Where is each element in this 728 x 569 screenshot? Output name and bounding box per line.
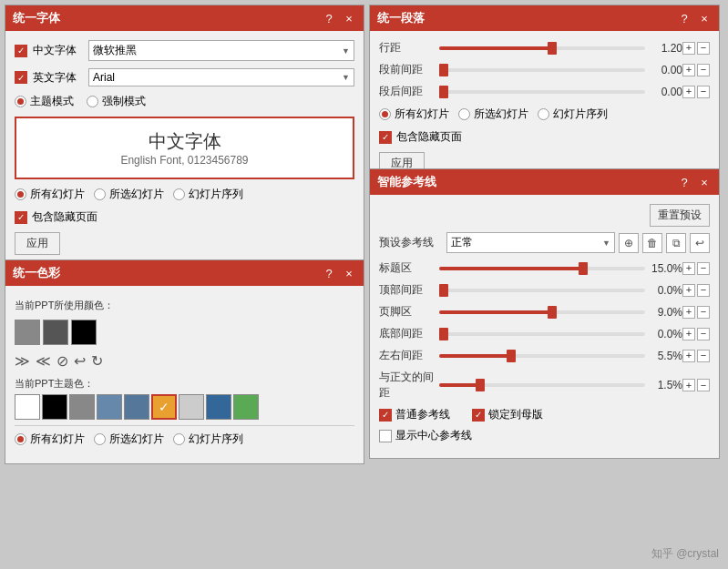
theme-swatch-2[interactable] (69, 394, 95, 420)
text-margin-plus[interactable]: + (682, 379, 695, 391)
lr-margin-minus[interactable]: − (697, 350, 710, 362)
para-dialog-close[interactable]: × (697, 12, 712, 25)
line-spacing-track[interactable] (439, 46, 645, 50)
lr-margin-value: 5.5% (651, 350, 682, 362)
para-selected-slides-label: 所选幻灯片 (474, 107, 528, 122)
footer-area-plus[interactable]: + (682, 306, 695, 319)
theme-swatch-3[interactable] (97, 394, 122, 420)
after-space-minus[interactable]: − (697, 86, 710, 98)
text-margin-value: 1.5% (651, 379, 682, 391)
bottom-margin-minus[interactable]: − (697, 328, 710, 340)
footer-area-minus[interactable]: − (697, 306, 710, 319)
guide-add-icon[interactable]: ⊕ (619, 233, 639, 253)
guide-dialog-close[interactable]: × (697, 176, 712, 189)
para-selected-slides-radio[interactable] (458, 108, 470, 120)
cancel-icon[interactable]: ⊘ (56, 352, 68, 370)
english-font-select[interactable]: Arial ▼ (88, 68, 354, 86)
swatch-gray[interactable] (15, 320, 40, 345)
line-spacing-plus[interactable]: + (682, 42, 695, 55)
include-hidden-checkbox[interactable] (15, 211, 27, 224)
top-margin-plus[interactable]: + (682, 284, 695, 297)
before-space-value: 0.00 (651, 64, 682, 76)
theme-mode-label: 主题模式 (30, 94, 74, 109)
title-area-plus[interactable]: + (682, 262, 695, 275)
guide-reset-row: 重置预设 (379, 204, 710, 227)
para-include-hidden-checkbox[interactable] (379, 131, 392, 144)
preset-value: 正常 (451, 235, 473, 250)
line-spacing-minus[interactable]: − (697, 42, 710, 55)
top-margin-track[interactable] (439, 289, 645, 292)
theme-swatch-4[interactable] (124, 394, 149, 420)
force-mode-radio[interactable] (87, 96, 98, 107)
theme-swatch-8[interactable] (233, 394, 259, 420)
expand-down-icon[interactable]: ≫ (15, 352, 30, 370)
before-space-plus[interactable]: + (682, 64, 695, 76)
after-space-track[interactable] (439, 90, 645, 94)
para-seq-radio[interactable] (538, 108, 549, 120)
title-area-label: 标题区 (379, 260, 434, 276)
after-space-plusminus: + − (682, 86, 710, 98)
collapse-up-icon[interactable]: ≪ (36, 352, 51, 370)
after-space-plus[interactable]: + (682, 86, 695, 98)
title-area-track[interactable] (439, 267, 645, 270)
theme-mode-group: 主题模式 (15, 94, 74, 109)
color-dialog-help[interactable]: ? (322, 267, 336, 280)
para-all-slides-radio[interactable] (379, 108, 391, 120)
font-dialog-close[interactable]: × (342, 12, 356, 25)
guide-dialog-help[interactable]: ? (677, 176, 692, 189)
lock-master-checkbox[interactable] (472, 409, 485, 422)
color-all-slides-radio[interactable] (15, 433, 26, 445)
theme-mode-radio[interactable] (15, 96, 26, 107)
color-seq-label: 幻灯片序列 (189, 432, 243, 447)
font-dialog-controls: ? × (322, 12, 356, 25)
title-area-minus[interactable]: − (697, 262, 710, 275)
guide-reset-icon[interactable]: ↩ (690, 233, 710, 253)
bottom-margin-track[interactable] (439, 332, 645, 336)
swatch-darkgray[interactable] (43, 320, 68, 345)
color-dialog-close[interactable]: × (342, 267, 356, 280)
chinese-font-checkbox[interactable] (15, 45, 27, 57)
para-dialog-controls: ? × (677, 12, 712, 25)
text-margin-minus[interactable]: − (697, 379, 710, 391)
theme-swatch-0[interactable] (15, 394, 40, 420)
preset-select[interactable]: 正常 ▼ (446, 232, 615, 253)
center-guide-label-group: 显示中心参考线 (379, 428, 472, 443)
footer-area-track[interactable] (439, 310, 645, 314)
color-seq-radio[interactable] (173, 433, 185, 445)
chinese-font-select[interactable]: 微软推黑 ▼ (88, 40, 354, 61)
swatch-black[interactable] (71, 320, 97, 345)
reset-preset-button[interactable]: 重置预设 (650, 204, 710, 227)
slide-seq-radio[interactable] (173, 188, 185, 200)
english-font-checkbox[interactable] (15, 71, 27, 84)
guide-delete-icon[interactable]: 🗑 (642, 233, 662, 253)
color-icon-row: ≫ ≪ ⊘ ↩ ↻ (15, 352, 354, 370)
redo-icon[interactable]: ↻ (91, 352, 103, 370)
font-apply-button[interactable]: 应用 (15, 232, 60, 255)
all-slides-radio[interactable] (15, 188, 26, 200)
theme-swatch-1[interactable] (42, 394, 67, 420)
theme-swatch-6[interactable] (179, 394, 204, 420)
lr-margin-plus[interactable]: + (682, 350, 695, 362)
chinese-font-arrow: ▼ (342, 46, 350, 56)
font-dialog-help[interactable]: ? (322, 12, 336, 25)
para-dialog-help[interactable]: ? (677, 12, 692, 25)
theme-swatch-5[interactable]: ✓ (151, 394, 177, 420)
color-all-slides-label: 所有幻灯片 (30, 432, 85, 447)
text-margin-label: 与正文的间距 (379, 370, 434, 401)
include-hidden-row: 包含隐藏页面 (15, 209, 354, 225)
before-space-minus[interactable]: − (697, 64, 710, 76)
center-guide-checkbox[interactable] (379, 430, 392, 442)
lr-margin-track[interactable] (439, 354, 645, 358)
undo-icon[interactable]: ↩ (74, 352, 86, 370)
text-margin-track[interactable] (439, 383, 645, 387)
english-font-arrow: ▼ (342, 73, 350, 82)
bottom-margin-plus[interactable]: + (682, 328, 695, 340)
color-selected-slides-radio[interactable] (94, 433, 106, 445)
theme-swatch-7[interactable] (206, 394, 231, 420)
guide-copy-icon[interactable]: ⧉ (666, 233, 686, 253)
selected-slides-radio[interactable] (94, 188, 106, 200)
color-dialog: 统一色彩 ? × 当前PPT所使用颜色： ≫ ≪ ⊘ ↩ ↻ 当前PPT主题色： (5, 259, 364, 464)
normal-guide-checkbox[interactable] (379, 409, 392, 422)
before-space-track[interactable] (439, 68, 645, 72)
top-margin-minus[interactable]: − (697, 284, 710, 297)
